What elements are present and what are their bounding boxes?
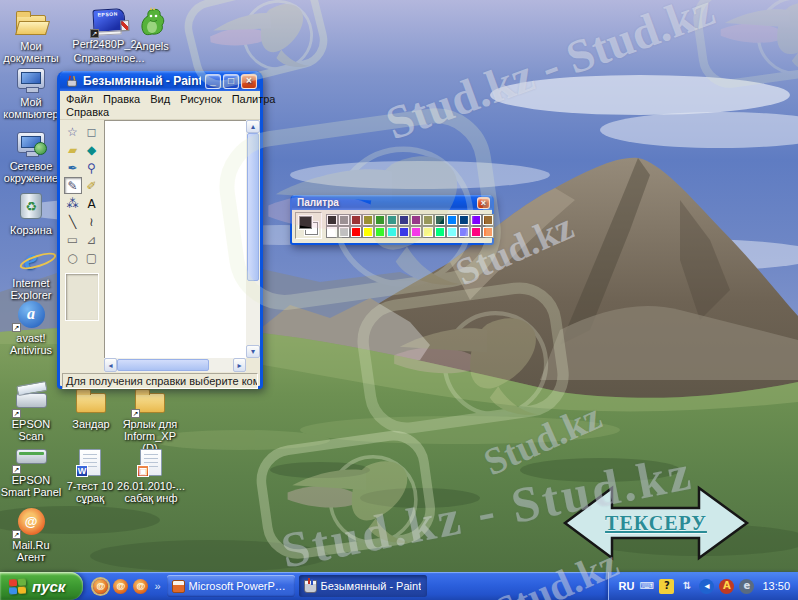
keyboard-icon[interactable]: ⌨ — [639, 579, 654, 594]
palette-color-swatch[interactable] — [374, 226, 386, 238]
desktop-icon-zandar[interactable]: Зандар — [60, 384, 122, 430]
taskbar-task-button[interactable]: Microsoft PowerPoint ... — [167, 575, 295, 597]
menu-item[interactable]: Правка — [103, 93, 140, 105]
question-help-icon[interactable]: ? — [659, 579, 674, 594]
scroll-right-icon[interactable]: ▸ — [233, 358, 246, 372]
mailru-quicklaunch-icon[interactable]: @ — [93, 579, 108, 594]
desktop-icon-mailru-agent[interactable]: @ Mail.Ru Агент — [0, 505, 62, 563]
vertical-scrollbar[interactable]: ▴ ▾ — [246, 120, 260, 358]
menu-item[interactable]: Вид — [150, 93, 170, 105]
palette-color-swatch[interactable] — [410, 214, 422, 226]
ellipse-tool-icon[interactable]: ○ — [64, 249, 82, 266]
palette-close-button[interactable]: × — [477, 197, 490, 209]
pick-color-tool-icon[interactable]: ✒ — [64, 159, 82, 176]
scroll-up-icon[interactable]: ▴ — [246, 120, 260, 133]
palette-color-swatch[interactable] — [326, 214, 338, 226]
palette-color-swatch[interactable] — [338, 214, 350, 226]
desktop-icon-test-doc[interactable]: W 7-тест 10 сұрақ — [56, 446, 124, 504]
palette-color-swatch[interactable] — [422, 226, 434, 238]
palette-color-swatch[interactable] — [326, 226, 338, 238]
desktop-icon-recycle-bin[interactable]: ♻ Корзина — [0, 190, 62, 236]
free-form-select-tool-icon[interactable]: ☆ — [64, 123, 82, 140]
palette-color-swatch[interactable] — [398, 226, 410, 238]
palette-color-swatch[interactable] — [362, 214, 374, 226]
palette-color-swatch[interactable] — [470, 214, 482, 226]
palette-color-swatch[interactable] — [482, 214, 494, 226]
desktop-icon-epson-smart-panel[interactable]: EPSON Smart Panel — [0, 440, 62, 498]
desktop-icon-my-documents[interactable]: Мои документы — [0, 6, 62, 64]
text-tool-icon[interactable]: A — [83, 195, 101, 212]
menu-item-help[interactable]: Справка — [66, 106, 109, 118]
palette-color-swatch[interactable] — [422, 214, 434, 226]
palette-titlebar[interactable]: Палитра × — [292, 195, 492, 210]
desktop-icon-lesson-doc[interactable]: ▣ 26.01.2010-... сабақ инф — [116, 446, 186, 504]
desktop[interactable]: Мои документы Мой компьютер Сетевое окру… — [0, 0, 798, 600]
select-tool-icon[interactable]: ◻ — [83, 123, 101, 140]
palette-color-swatch[interactable] — [482, 226, 494, 238]
desktop-icon-my-computer[interactable]: Мой компьютер — [0, 62, 62, 120]
foreground-color-swatch[interactable] — [299, 216, 312, 229]
media-player-icon[interactable]: ◂ — [699, 579, 714, 594]
curve-tool-icon[interactable]: ≀ — [83, 213, 101, 230]
horizontal-scroll-thumb[interactable] — [117, 359, 209, 371]
palette-color-swatch[interactable] — [386, 214, 398, 226]
menu-item[interactable]: Файл — [66, 93, 93, 105]
rounded-rect-tool-icon[interactable]: ▢ — [83, 249, 101, 266]
menu-item[interactable]: Рисунок — [180, 93, 222, 105]
fill-tool-icon[interactable]: ◆ — [83, 141, 101, 158]
maximize-button[interactable]: □ — [223, 74, 239, 89]
polygon-tool-icon[interactable]: ⊿ — [83, 231, 101, 248]
scroll-left-icon[interactable]: ◂ — [104, 358, 117, 372]
desktop-icon-inform-xp[interactable]: Ярлык для Inform_XP (D) — [116, 384, 184, 454]
minimize-button[interactable]: _ — [205, 74, 221, 89]
palette-color-swatch[interactable] — [386, 226, 398, 238]
palette-color-swatch[interactable] — [446, 226, 458, 238]
magnifier-tool-icon[interactable]: ⚲ — [83, 159, 101, 176]
palette-color-swatch[interactable] — [458, 214, 470, 226]
scroll-down-icon[interactable]: ▾ — [246, 345, 260, 358]
avast-icon: a — [13, 298, 49, 330]
language-indicator[interactable]: RU — [619, 580, 635, 592]
icon-label: Angels — [135, 40, 169, 52]
desktop-icon-epson-scan[interactable]: EPSON Scan — [0, 384, 62, 442]
desktop-icon-network[interactable]: Сетевое окружение — [0, 126, 62, 184]
palette-color-swatch[interactable] — [350, 226, 362, 238]
desktop-icon-angels[interactable]: Angels — [130, 6, 174, 52]
horizontal-scrollbar[interactable]: ◂ ▸ — [104, 358, 246, 372]
rectangle-tool-icon[interactable]: ▭ — [64, 231, 82, 248]
line-tool-icon[interactable]: ╲ — [64, 213, 82, 230]
palette-color-swatch[interactable] — [398, 214, 410, 226]
paint-canvas[interactable] — [104, 120, 246, 358]
palette-color-swatch[interactable] — [374, 214, 386, 226]
paint-titlebar[interactable]: Безымянный - Paint _ □ × — [60, 71, 260, 91]
tekseru-arrow-button[interactable]: ТЕКСЕРУ — [562, 481, 750, 565]
clock[interactable]: 13:50 — [762, 580, 790, 592]
windows-logo-icon — [9, 578, 26, 594]
palette-color-swatch[interactable] — [434, 226, 446, 238]
airbrush-tool-icon[interactable]: ⁂ — [64, 195, 82, 212]
start-button[interactable]: пуск — [0, 572, 83, 600]
palette-color-swatch[interactable] — [410, 226, 422, 238]
desktop-icon-internet-explorer[interactable]: e Internet Explorer — [0, 243, 62, 301]
avast-alert-icon[interactable]: A — [719, 579, 734, 594]
globe-icon[interactable]: e — [739, 579, 754, 594]
palette-color-swatch[interactable] — [434, 214, 446, 226]
eraser-tool-icon[interactable]: ▰ — [64, 141, 82, 158]
brush-tool-icon[interactable]: ✐ — [83, 177, 101, 194]
palette-color-swatch[interactable] — [350, 214, 362, 226]
connection-icon[interactable]: ⇅ — [679, 579, 694, 594]
mailru-quicklaunch-icon[interactable]: @ — [133, 579, 148, 594]
palette-color-swatch[interactable] — [362, 226, 374, 238]
palette-color-swatch[interactable] — [470, 226, 482, 238]
palette-color-swatch[interactable] — [446, 214, 458, 226]
palette-color-swatch[interactable] — [458, 226, 470, 238]
desktop-icon-avast[interactable]: a avast! Antivirus — [0, 298, 62, 356]
taskbar-task-button[interactable]: Безымянный - Paint — [299, 575, 427, 597]
vertical-scroll-thumb[interactable] — [247, 133, 259, 281]
palette-color-swatch[interactable] — [338, 226, 350, 238]
close-button[interactable]: × — [241, 74, 257, 89]
menu-item[interactable]: Палитра — [232, 93, 276, 105]
quick-launch-overflow-icon[interactable]: » — [154, 580, 160, 592]
pencil-tool-icon[interactable]: ✎ — [64, 177, 82, 194]
mailru-quicklaunch-icon[interactable]: @ — [113, 579, 128, 594]
